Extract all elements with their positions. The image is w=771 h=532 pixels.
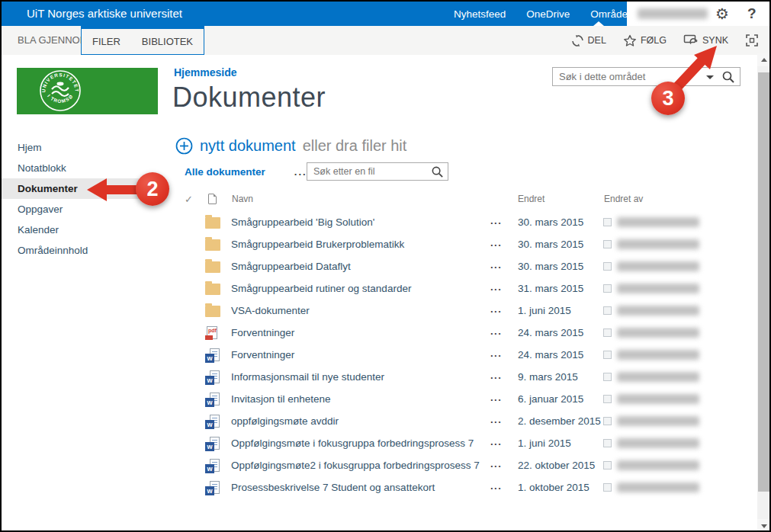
vertical-scrollbar[interactable] xyxy=(757,53,771,532)
gear-icon[interactable]: ⚙ xyxy=(715,5,729,23)
item-menu-ellipsis[interactable]: ... xyxy=(490,325,502,337)
suite-link-onedrive[interactable]: OneDrive xyxy=(526,8,570,20)
document-name-link[interactable]: Forventninger xyxy=(231,349,294,361)
folder-file-icon xyxy=(205,217,220,229)
view-bar: Alle dokumenter ... xyxy=(185,162,307,181)
view-menu-ellipsis[interactable]: ... xyxy=(294,166,307,178)
table-row[interactable]: w Prosessbeskrivelse 7 Student og ansatt… xyxy=(2,477,757,499)
callout-badge-3: 3 xyxy=(651,82,685,115)
modified-by-redacted xyxy=(617,350,699,360)
document-name-link[interactable]: Oppfølgingsmøte2 i fokusgruppa forbedrin… xyxy=(231,460,480,471)
table-row[interactable]: pdf Forventninger ... 24. mars 2015 xyxy=(2,322,757,345)
table-row[interactable]: Smågruppearbeid 'Big Solution' ... 30. m… xyxy=(2,212,757,234)
presence-indicator xyxy=(603,461,612,470)
column-header-modified-by[interactable]: Endret av xyxy=(604,194,643,204)
scroll-down-arrow[interactable] xyxy=(757,519,771,532)
column-header-modified[interactable]: Endret xyxy=(518,194,545,204)
table-row[interactable]: Smågruppearbeid Dataflyt ... 30. mars 20… xyxy=(2,256,757,278)
item-menu-ellipsis[interactable]: ... xyxy=(490,414,502,425)
table-row[interactable]: Smågruppearbeid Brukerproblematikk ... 3… xyxy=(2,234,757,256)
item-menu-ellipsis[interactable]: ... xyxy=(490,392,502,403)
folder-file-icon xyxy=(205,239,220,251)
item-menu-ellipsis[interactable]: ... xyxy=(490,436,502,447)
presence-indicator xyxy=(603,373,612,381)
modified-by-redacted xyxy=(617,372,699,382)
presence-indicator xyxy=(603,439,612,447)
new-document-link[interactable]: nytt dokument xyxy=(200,137,296,155)
document-name-link[interactable]: Smågruppearbeid Brukerproblematikk xyxy=(231,239,404,250)
help-icon[interactable]: ? xyxy=(747,5,757,22)
suite-bar-right: ⚙ ? xyxy=(627,2,771,26)
table-row[interactable]: Smågruppearbeid rutiner og standarder ..… xyxy=(2,278,757,300)
modified-date: 9. mars 2015 xyxy=(518,371,578,383)
document-name-link[interactable]: oppfølgingsmøte avddir xyxy=(231,415,339,427)
file-search-input[interactable] xyxy=(313,163,424,180)
table-row[interactable]: w Forventninger ... 24. mars 2015 xyxy=(2,345,757,367)
item-menu-ellipsis[interactable]: ... xyxy=(490,237,502,248)
modified-by-redacted xyxy=(617,261,699,271)
table-row[interactable]: VSA-dokumenter ... 1. juni 2015 xyxy=(2,300,757,322)
table-row[interactable]: w Informasjonsmail til nye studenter ...… xyxy=(2,367,757,389)
modified-date: 24. mars 2015 xyxy=(518,349,583,361)
modified-by-redacted xyxy=(617,328,699,338)
file-search-box xyxy=(307,162,448,181)
search-icon[interactable] xyxy=(431,165,444,178)
item-menu-ellipsis[interactable]: ... xyxy=(490,215,502,226)
document-name-link[interactable]: Oppfølgingsmøte i fokusgruppa forbedring… xyxy=(231,437,474,449)
document-name-link[interactable]: Forventninger xyxy=(231,327,294,338)
modified-date: 30. mars 2015 xyxy=(518,261,583,272)
plus-circle-icon[interactable] xyxy=(175,137,193,155)
document-name-link[interactable]: Informasjonsmail til nye studenter xyxy=(231,371,384,383)
document-name-link[interactable]: Smågruppearbeid 'Big Solution' xyxy=(231,216,374,228)
presence-indicator xyxy=(603,240,612,248)
item-menu-ellipsis[interactable]: ... xyxy=(490,259,502,271)
new-document-command: nytt dokument eller dra filer hit xyxy=(175,137,406,155)
item-menu-ellipsis[interactable]: ... xyxy=(490,458,502,470)
presence-indicator xyxy=(603,306,612,315)
document-name-link[interactable]: Prosessbeskrivelse 7 Student og ansattek… xyxy=(231,482,435,493)
tab-library[interactable]: BIBLIOTEK xyxy=(142,36,193,47)
item-menu-ellipsis[interactable]: ... xyxy=(490,480,502,492)
document-name-link[interactable]: VSA-dokumenter xyxy=(231,305,310,316)
view-tab-all-documents[interactable]: Alle dokumenter xyxy=(185,166,265,178)
new-document-suffix: eller dra filer hit xyxy=(303,137,407,155)
presence-indicator xyxy=(603,417,612,425)
modified-date: 24. mars 2015 xyxy=(518,327,583,338)
focus-mode-button[interactable] xyxy=(745,34,759,47)
item-menu-ellipsis[interactable]: ... xyxy=(490,370,502,381)
suite-link-sites[interactable]: Områder xyxy=(590,8,631,20)
table-row[interactable]: w Oppfølgingsmøte2 i fokusgruppa forbedr… xyxy=(2,455,757,477)
modified-by-redacted xyxy=(617,460,699,470)
document-name-link[interactable]: Smågruppearbeid Dataflyt xyxy=(231,261,351,272)
column-header-name[interactable]: Navn xyxy=(232,194,253,204)
table-row[interactable]: w Oppfølgingsmøte i fokusgruppa forbedri… xyxy=(2,433,757,455)
presence-indicator xyxy=(603,218,612,226)
file-type-column-icon[interactable] xyxy=(208,194,217,204)
folder-file-icon xyxy=(205,284,220,295)
select-all-checkmark-icon[interactable]: ✓ xyxy=(185,194,193,205)
tab-files[interactable]: FILER xyxy=(92,36,120,47)
university-logo[interactable]: UNIVERSITETET I TROMSØ xyxy=(17,68,158,114)
folder-file-icon xyxy=(205,261,220,273)
scroll-up-arrow[interactable] xyxy=(757,53,771,66)
tab-browse[interactable]: BLA GJENNOM xyxy=(18,26,88,55)
suite-link-newsfeed[interactable]: Nyhetsfeed xyxy=(454,8,506,20)
document-name-link[interactable]: Smågruppearbeid rutiner og standarder xyxy=(231,283,411,294)
presence-indicator xyxy=(603,483,612,492)
share-icon xyxy=(571,34,584,47)
scrollbar-thumb[interactable] xyxy=(758,72,770,492)
item-menu-ellipsis[interactable]: ... xyxy=(490,303,502,315)
modified-by-redacted xyxy=(617,239,699,249)
focus-icon xyxy=(745,34,759,47)
item-menu-ellipsis[interactable]: ... xyxy=(490,348,502,359)
word-file-icon: w xyxy=(205,437,220,450)
share-button[interactable]: DEL xyxy=(571,34,606,47)
item-menu-ellipsis[interactable]: ... xyxy=(490,281,502,293)
word-file-icon: w xyxy=(205,393,220,406)
modified-date: 1. juni 2015 xyxy=(518,305,571,316)
table-row[interactable]: w oppfølgingsmøte avddir ... 2. desember… xyxy=(2,411,757,433)
sidebar-item-hjem[interactable]: Hjem xyxy=(2,137,165,158)
breadcrumb-home-link[interactable]: Hjemmeside xyxy=(174,66,236,79)
table-row[interactable]: w Invitasjon til enhetene ... 6. januar … xyxy=(2,389,757,411)
document-name-link[interactable]: Invitasjon til enhetene xyxy=(231,393,331,405)
